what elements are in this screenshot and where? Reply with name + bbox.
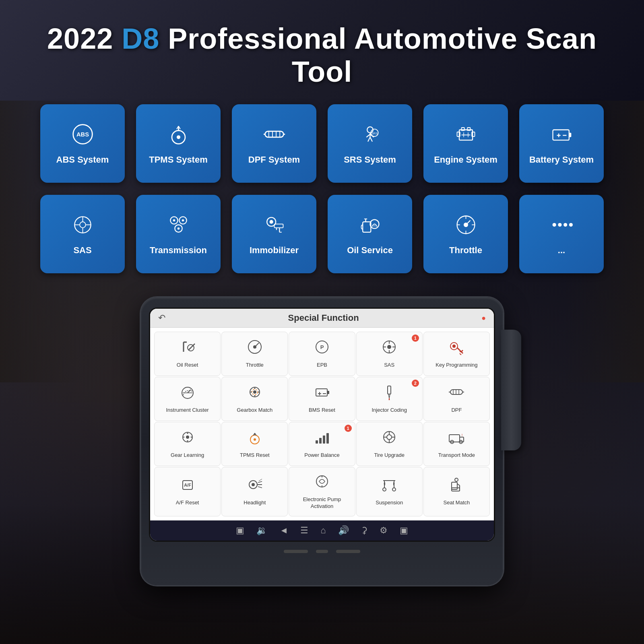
instrument-label: Instrument Cluster: [166, 407, 208, 414]
key-prog-item[interactable]: Key Programming: [423, 332, 490, 376]
abs-icon: ABS: [72, 122, 94, 150]
injector-badge: 2: [412, 380, 419, 387]
bluetooth-nav-icon[interactable]: ⚳: [361, 525, 367, 536]
svg-rect-8: [265, 131, 283, 137]
tire-upg-item[interactable]: Tire Upgrade: [356, 422, 423, 466]
immobilizer-card[interactable]: Immobilizer: [232, 195, 316, 273]
throttle-item-label: Throttle: [246, 362, 264, 369]
svg-point-67: [564, 223, 567, 227]
tire-upg-icon: [381, 429, 397, 449]
screenshot-nav-icon[interactable]: ▣: [236, 525, 244, 536]
volume-down-nav-icon[interactable]: 🔉: [256, 525, 267, 536]
svg-rect-50: [274, 224, 283, 228]
elec-pump-icon: [314, 473, 330, 493]
seat-match-icon: [448, 477, 464, 496]
battery-card[interactable]: Battery System: [519, 104, 604, 183]
svg-point-143: [316, 476, 328, 487]
menu-nav-icon[interactable]: ☰: [300, 525, 308, 536]
srs-card[interactable]: SRS SRS System: [328, 104, 412, 183]
oil-card[interactable]: Oil Service: [328, 195, 412, 273]
srs-label: SRS System: [344, 155, 396, 165]
tire-upg-label: Tire Upgrade: [374, 452, 405, 459]
transmission-icon: [167, 212, 190, 240]
svg-rect-121: [326, 433, 329, 444]
dpf-card[interactable]: DPF System: [232, 104, 316, 183]
bms-item[interactable]: BMS Reset: [289, 377, 355, 421]
page-title: 2022 D8 Professional Automotive Scan Too…: [0, 0, 644, 104]
throttle-card[interactable]: Throttle: [423, 195, 508, 273]
engine-card[interactable]: Engine System: [423, 104, 508, 183]
transmission-label: Transmission: [150, 245, 207, 256]
af-item[interactable]: A/F A/F Reset: [154, 467, 221, 516]
tpms-reset-icon: [247, 429, 263, 449]
power-nav-icon[interactable]: ▣: [400, 525, 408, 536]
svg-point-47: [177, 227, 180, 230]
transport-item[interactable]: ! Transport Mode: [423, 422, 490, 466]
throttle-item[interactable]: Throttle: [221, 332, 288, 376]
wifi-icon: ●: [481, 314, 486, 322]
elec-pump-item[interactable]: Electronic Pump Activation: [289, 467, 355, 516]
dpf-item-icon: [448, 384, 464, 404]
svg-point-66: [558, 223, 561, 227]
oil-reset-icon: [180, 339, 196, 359]
svg-text:!: !: [178, 136, 179, 140]
tpms-card[interactable]: ! TPMS System: [136, 104, 221, 183]
epb-item[interactable]: P EPB: [289, 332, 355, 376]
bms-label: BMS Reset: [309, 407, 335, 414]
injector-label: Injector Coding: [372, 407, 407, 414]
gearbox-label: Gearbox Match: [237, 407, 272, 414]
svg-point-104: [389, 399, 390, 400]
throttle-label: Throttle: [449, 245, 482, 256]
suspension-item[interactable]: Suspension: [356, 467, 423, 516]
dpf-label: DPF System: [248, 155, 300, 165]
svg-point-37: [80, 222, 86, 228]
injector-item[interactable]: 2 Injector Coding: [356, 377, 423, 421]
svg-point-155: [455, 478, 458, 481]
svg-text:!: !: [462, 433, 463, 437]
tpms-reset-item[interactable]: TPMS Reset: [221, 422, 288, 466]
svg-point-138: [252, 483, 255, 486]
bms-icon: [314, 384, 330, 404]
volume-up-nav-icon[interactable]: 🔊: [338, 525, 349, 536]
sas-badge: 1: [412, 334, 419, 342]
settings-nav-icon[interactable]: ⚙: [380, 525, 388, 536]
headlight-item[interactable]: Headlight: [221, 467, 288, 516]
more-icon: [551, 212, 573, 240]
gearbox-item[interactable]: Gearbox Match: [221, 377, 288, 421]
instrument-item[interactable]: Instrument Cluster: [154, 377, 221, 421]
dpf-item-label: DPF: [451, 407, 462, 414]
home-nav-icon[interactable]: ⌂: [320, 525, 326, 536]
svg-rect-120: [323, 436, 325, 444]
key-prog-label: Key Programming: [436, 362, 477, 369]
immobilizer-label: Immobilizer: [250, 245, 299, 256]
top-feature-grid: ABS ABS System ! TPMS System: [0, 104, 644, 195]
oil-icon: [359, 212, 381, 240]
seat-match-item[interactable]: Seat Match: [423, 467, 490, 516]
tablet-btn-1: [284, 550, 308, 553]
sas-icon: [72, 212, 94, 240]
transmission-card[interactable]: Transmission: [136, 195, 221, 273]
sas-item[interactable]: 1 SAS: [356, 332, 423, 376]
svg-line-19: [368, 137, 370, 142]
suspension-icon: [381, 477, 397, 496]
screen-title: Special Function: [288, 313, 359, 323]
more-card[interactable]: ...: [519, 195, 604, 273]
dpf-item[interactable]: DPF: [423, 377, 490, 421]
svg-point-65: [552, 223, 556, 227]
gear-learn-item[interactable]: Gear Learning: [154, 422, 221, 466]
oil-reset-item[interactable]: Oil Reset: [154, 332, 221, 376]
more-label: ...: [558, 245, 565, 256]
back-nav-icon[interactable]: ◄: [279, 525, 288, 536]
svg-rect-98: [327, 391, 329, 394]
injector-icon: [381, 384, 397, 404]
svg-point-149: [383, 488, 386, 491]
back-button[interactable]: ↶: [158, 313, 165, 323]
power-badge: 1: [345, 425, 352, 432]
tablet-btn-3: [336, 550, 360, 553]
svg-line-141: [258, 487, 262, 488]
abs-card[interactable]: ABS ABS System: [40, 104, 125, 183]
power-bal-item[interactable]: 1 Power Balance: [289, 422, 355, 466]
tablet-bottom: [149, 542, 495, 553]
sas-card[interactable]: SAS: [40, 195, 125, 273]
bottom-feature-grid: SAS Transmission: [0, 195, 644, 289]
